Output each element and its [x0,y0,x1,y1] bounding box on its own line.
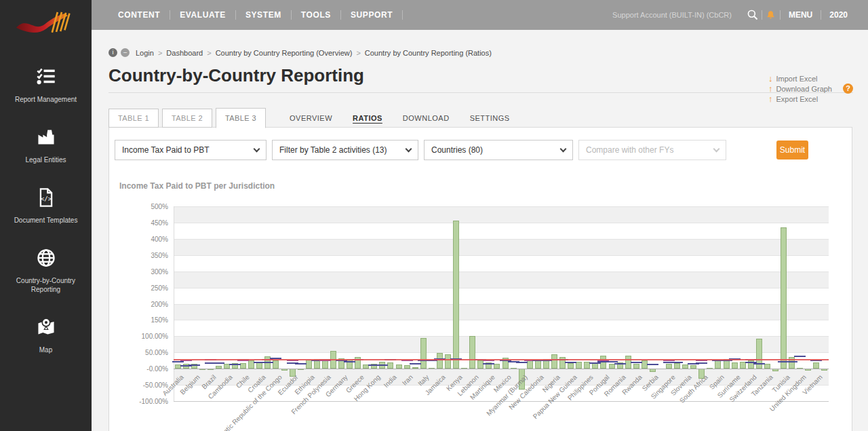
filter-select-3[interactable]: Countries (80) [424,140,573,160]
breadcrumb-separator: > [158,49,162,57]
y-tick-label: 450% [151,219,168,226]
bar-vietnam[interactable] [813,362,819,369]
average-reference-line [174,359,829,360]
sidebar-item-country-by-country-reporting[interactable]: Country-by-Country Reporting [0,248,92,294]
export-excel-link[interactable]: ↑Export Excel [768,94,832,104]
select-value: Filter by Table 2 activities (13) [279,145,387,155]
plot-band [174,288,829,304]
tab-settings[interactable]: SETTINGS [470,114,510,122]
nav-item-content[interactable]: CONTENT [108,10,170,20]
plot-band [174,206,829,223]
sidebar-item-legal-entities[interactable]: Legal Entities [0,127,92,164]
breadcrumb-item[interactable]: Country by Country Reporting (Overview) [216,49,353,57]
factory-icon [36,127,56,150]
bar[interactable] [674,363,680,369]
nav-item-evaluate[interactable]: EVALUATE [170,10,235,20]
download-graph-link[interactable]: ↑Download Graph [768,83,832,94]
info-circle-icon[interactable]: i [108,48,117,57]
bar[interactable] [576,362,582,369]
bar[interactable] [494,364,500,369]
plot-band [174,320,829,336]
bar[interactable] [527,360,533,369]
bar-italy[interactable] [420,338,427,369]
nav-item-support[interactable]: SUPPORT [341,10,402,20]
tab-download[interactable]: DOWNLOAD [403,114,450,122]
y-tick-label: 500% [151,203,168,210]
bar-nigeria[interactable] [551,354,557,369]
bar-lebanon[interactable] [469,336,475,369]
bar-jamaica[interactable] [437,353,443,369]
help-icon[interactable]: ? [843,83,853,94]
gridline [174,288,829,288]
y-tick-label: -100.00% [139,398,168,405]
select-value: Income Tax Paid to PBT [122,145,210,155]
action-label: Import Excel [776,75,817,83]
nav-item-system[interactable]: SYSTEM [236,10,291,20]
import-excel-link[interactable]: ↓Import Excel [768,73,832,83]
filter-select-4[interactable]: Compare with other FYs [578,140,726,160]
sidebar-item-label: Report Management [11,95,81,104]
bar-india[interactable] [387,362,393,369]
bar-kenya[interactable] [453,221,459,369]
bar-papua-new-guinea[interactable] [568,363,574,369]
bar[interactable] [609,364,615,369]
nav-divider [402,10,403,20]
bar-chile[interactable] [240,363,246,369]
gridline [174,304,829,305]
filter-controls: Income Tax Paid to PBTFilter by Table 2 … [115,140,732,160]
breadcrumb-separator: > [356,49,360,57]
bar[interactable] [445,354,451,369]
gridline [174,271,829,272]
sidebar-item-label: Legal Entities [21,155,70,164]
plot-band [174,239,829,255]
arrow-down-icon: ↓ [768,73,773,83]
bar-tunisia[interactable] [781,227,787,369]
breadcrumb-item[interactable]: Dashboard [166,49,203,57]
breadcrumb-item[interactable]: Login [136,49,154,57]
menu-button[interactable]: MENU [781,10,821,20]
benchmark-marker-navy [229,364,241,365]
minus-circle-icon[interactable]: – [121,48,130,57]
select-value: Countries (80) [431,145,483,155]
sidebar-item-document-templates[interactable]: </>Document Templates [0,187,92,225]
tab-table-1[interactable]: TABLE 1 [108,109,159,128]
bar-tanzania[interactable] [764,364,770,369]
zero-axis-line [174,369,829,369]
sidebar: Report ManagementLegal Entities</>Docume… [0,0,92,431]
header-divider [108,92,853,93]
sidebar-item-map[interactable]: Map [0,317,92,354]
breadcrumb-separator: > [207,49,211,57]
bar[interactable] [477,360,484,369]
filter-select-2[interactable]: Filter by Table 2 activities (13) [272,140,418,160]
submit-button[interactable]: Submit [776,140,808,160]
chevron-down-icon [560,145,567,152]
benchmark-marker-navy [410,363,421,364]
search-icon[interactable] [744,6,762,24]
bar-democratic-republic-of-the-congo[interactable] [273,360,279,369]
checklist-icon [36,67,56,90]
bar-rwanda[interactable] [633,364,639,369]
notifications-bell-icon[interactable] [762,6,780,24]
bar-singapore[interactable] [666,364,672,369]
tab-ratios[interactable]: RATIOS [353,114,382,122]
gridline [174,206,829,207]
tab-table-3[interactable]: TABLE 3 [216,108,266,128]
tab-table-2[interactable]: TABLE 2 [162,109,212,128]
fiscal-year-selector[interactable]: 2020 [821,10,856,20]
nav-item-tools[interactable]: TOOLS [292,10,340,20]
app-logo[interactable] [0,0,92,43]
bar-suriname[interactable] [732,362,738,369]
benchmark-marker-navy [213,362,224,364]
filter-select-1[interactable]: Income Tax Paid to PBT [115,140,267,160]
benchmark-marker-navy [189,364,200,366]
map-pin-icon [36,317,56,340]
sidebar-item-report-management[interactable]: Report Management [0,67,92,104]
breadcrumb-item[interactable]: Country by Country Reporting (Ratios) [365,49,492,57]
arrow-up-icon: ↑ [768,83,773,94]
gridline [174,239,829,240]
y-tick-label: 250% [151,284,168,291]
page-title: Country-by-Country Reporting [108,65,364,86]
action-label: Export Excel [776,95,818,103]
tab-overview[interactable]: OVERVIEW [290,114,332,122]
gridline [174,336,829,337]
